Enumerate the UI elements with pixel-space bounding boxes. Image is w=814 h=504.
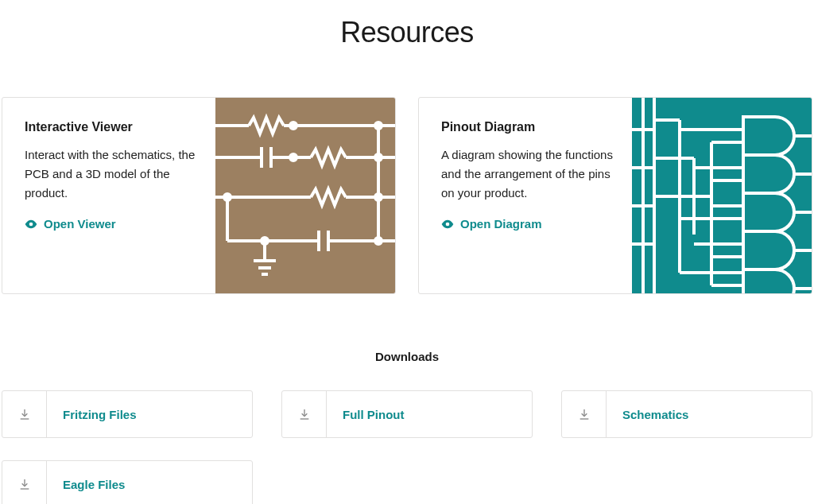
download-icon bbox=[562, 391, 607, 437]
open-diagram-link[interactable]: Open Diagram bbox=[441, 217, 542, 231]
pinout-illustration bbox=[632, 98, 812, 293]
resource-cards-row: Interactive Viewer Interact with the sch… bbox=[0, 97, 814, 294]
schematic-illustration bbox=[215, 98, 395, 293]
page-title: Resources bbox=[0, 16, 814, 49]
download-icon bbox=[282, 391, 327, 437]
open-viewer-link[interactable]: Open Viewer bbox=[25, 217, 116, 231]
card-title: Pinout Diagram bbox=[441, 120, 613, 134]
download-icon bbox=[2, 461, 47, 504]
pinout-diagram-card: Pinout Diagram A diagram showing the fun… bbox=[418, 97, 812, 294]
card-description: Interact with the schematics, the PCB an… bbox=[25, 145, 196, 203]
svg-point-30 bbox=[262, 238, 268, 244]
downloads-grid: Fritzing Files Full Pinout Schematic bbox=[0, 390, 814, 504]
card-title: Interactive Viewer bbox=[25, 120, 196, 134]
download-label: Eagle Files bbox=[47, 461, 252, 504]
download-icon bbox=[2, 391, 47, 437]
card-description: A diagram showing the functions and the … bbox=[441, 145, 613, 203]
download-fritzing-files[interactable]: Fritzing Files bbox=[2, 390, 253, 438]
svg-point-31 bbox=[446, 222, 450, 226]
downloads-heading: Downloads bbox=[0, 350, 814, 363]
download-schematics[interactable]: Schematics bbox=[561, 390, 812, 438]
svg-point-0 bbox=[29, 222, 33, 226]
download-label: Full Pinout bbox=[327, 391, 532, 437]
download-label: Schematics bbox=[607, 391, 812, 437]
link-text: Open Diagram bbox=[460, 217, 542, 231]
download-eagle-files[interactable]: Eagle Files bbox=[2, 460, 253, 504]
svg-point-29 bbox=[375, 238, 382, 244]
download-full-pinout[interactable]: Full Pinout bbox=[281, 390, 533, 438]
svg-point-11 bbox=[290, 154, 297, 161]
svg-point-3 bbox=[290, 122, 297, 129]
interactive-viewer-card: Interactive Viewer Interact with the sch… bbox=[2, 97, 396, 294]
eye-icon bbox=[25, 219, 37, 229]
eye-icon bbox=[441, 219, 454, 229]
link-text: Open Viewer bbox=[44, 217, 116, 231]
download-label: Fritzing Files bbox=[47, 391, 252, 437]
